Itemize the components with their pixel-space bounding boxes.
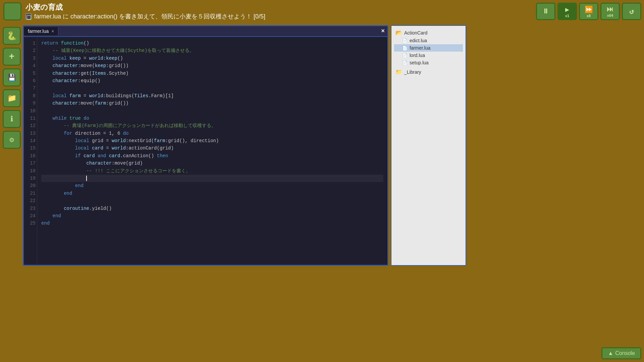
line-number-25: 25 [25, 220, 36, 227]
file-icon: 📄 [402, 46, 408, 51]
save-button[interactable]: 💾 [3, 68, 21, 86]
play-icon: ▶ [565, 5, 569, 14]
settings-button[interactable]: ⚙ [3, 131, 21, 149]
tab-bar: farmer.lua × × [24, 26, 387, 37]
line-number-11: 11 [25, 115, 36, 122]
library-folder-label: _Library [404, 69, 421, 75]
line-number-1: 1 [25, 40, 36, 47]
task-description-text: farmer.lua に character:action() を書き加えて、領… [34, 12, 265, 20]
line-number-21: 21 [25, 190, 36, 197]
code-line-13: for direction = 1, 6 do [41, 130, 383, 137]
folder-open-icon: 📂 [395, 29, 402, 36]
controls-panel: ⏸ ▶ x1 ⏩ x8 ⏭ x64 ↺ [536, 3, 641, 20]
folder-actioncard[interactable]: 📂 ActionCard [394, 28, 463, 37]
tab-close-button[interactable]: × [51, 28, 54, 34]
line-number-20: 20 [25, 182, 36, 189]
line-number-6: 6 [25, 77, 36, 84]
filename-label: setup.lua [410, 60, 429, 65]
editor-close-button[interactable]: × [381, 28, 385, 34]
line-number-18: 18 [25, 167, 36, 175]
line-number-7: 7 [25, 84, 36, 92]
code-line-4: character:move(keep:grid()) [41, 62, 383, 69]
filename-label: edict.lua [410, 38, 427, 43]
line-number-24: 24 [25, 212, 36, 220]
pause-button[interactable]: ⏸ [536, 3, 555, 20]
file-item-setup-lua[interactable]: 📄setup.lua [394, 59, 463, 66]
line-number-15: 15 [25, 144, 36, 152]
file-icon: 📄 [402, 53, 408, 58]
filename-label: lord.lua [410, 53, 425, 58]
snake-button[interactable]: 🐍 [3, 27, 21, 45]
code-content[interactable]: return function() -- 城塞(Keep)に移動させて大鎌(Sc… [37, 37, 387, 265]
code-line-25: end [41, 220, 383, 227]
save-icon: 💾 [8, 73, 16, 82]
home-button[interactable] [3, 2, 21, 20]
play-x1-label: x1 [565, 14, 569, 18]
editor-container: farmer.lua × × 1234567891011121314151617… [23, 25, 388, 266]
fast-icon: ⏩ [585, 5, 593, 14]
file-item-edict-lua[interactable]: 📄edict.lua [394, 37, 463, 44]
code-line-8: local farm = world:buildings(Tiles.Farm)… [41, 92, 383, 100]
add-button[interactable]: + [3, 48, 21, 66]
line-number-16: 16 [25, 152, 36, 160]
console-label: Console [615, 350, 635, 356]
code-line-16: if card and card.canAction() then [41, 152, 383, 160]
play-x1-button[interactable]: ▶ x1 [557, 3, 577, 20]
line-number-2: 2 [25, 47, 36, 54]
file-icon: 📄 [402, 60, 408, 65]
folder-library[interactable]: 📁 _Library [394, 68, 463, 76]
line-number-4: 4 [25, 62, 36, 69]
code-line-18: -- !!! ここにアクションさせるコードを書く。 [41, 167, 383, 175]
line-number-9: 9 [25, 100, 36, 107]
line-number-22: 22 [25, 197, 36, 204]
line-numbers: 1234567891011121314151617181920212223242… [24, 37, 37, 265]
code-line-6: character:equip() [41, 77, 383, 84]
file-browser: 📂 ActionCard 📄edict.lua📄farmer.lua📄lord.… [391, 25, 466, 266]
pause-icon: ⏸ [542, 7, 549, 15]
code-line-1: return function() [41, 40, 383, 47]
active-tab[interactable]: farmer.lua × [24, 27, 58, 35]
code-line-11: while true do [41, 115, 383, 122]
file-browser-content: 📂 ActionCard 📄edict.lua📄farmer.lua📄lord.… [391, 26, 466, 79]
reload-button[interactable]: ↺ [622, 3, 641, 20]
console-button[interactable]: ▲ Console [601, 347, 641, 359]
code-line-2: -- 城塞(Keep)に移動させて大鎌(Scythe)を取って装備させる。 [41, 47, 383, 54]
play-x8-button[interactable]: ⏩ x8 [579, 3, 598, 20]
line-number-17: 17 [25, 160, 36, 167]
line-number-12: 12 [25, 122, 36, 129]
info-button[interactable]: ℹ [3, 110, 21, 128]
code-area[interactable]: 1234567891011121314151617181920212223242… [24, 37, 387, 265]
line-number-5: 5 [25, 70, 36, 77]
reload-icon: ↺ [629, 7, 634, 16]
console-chevron-icon: ▲ [608, 350, 613, 356]
code-line-9: character:move(farm:grid()) [41, 100, 383, 107]
code-line-3: local keep = world:keep() [41, 55, 383, 62]
filename-label: farmer.lua [410, 45, 430, 51]
faster-icon: ⏭ [607, 5, 613, 13]
code-line-17: character:move(grid) [41, 160, 383, 167]
code-line-7 [41, 84, 383, 92]
code-line-19 [41, 175, 383, 182]
file-icon: 📄 [402, 38, 408, 43]
code-line-15: local card = world:actionCard(grid) [41, 144, 383, 152]
task-checkbox: ☐ [25, 13, 32, 19]
file-item-lord-lua[interactable]: 📄lord.lua [394, 52, 463, 59]
play-x64-button[interactable]: ⏭ x64 [600, 3, 620, 20]
folder-button[interactable]: 📁 [3, 89, 21, 107]
info-icon: ℹ [10, 115, 13, 124]
folder-actioncard-label: ActionCard [404, 30, 427, 36]
line-number-19: 19 [25, 175, 36, 182]
code-line-23: coroutine.yield() [41, 205, 383, 212]
play-x8-label: x8 [587, 14, 591, 18]
play-x64-label: x64 [607, 13, 613, 17]
code-line-20: end [41, 182, 383, 189]
line-number-3: 3 [25, 55, 36, 62]
code-line-12: -- 農場(Farm)の周囲にアクションカードがあれば移動して収穫する。 [41, 122, 383, 129]
file-item-farmer-lua[interactable]: 📄farmer.lua [394, 44, 463, 52]
file-list: 📄edict.lua📄farmer.lua📄lord.lua📄setup.lua [394, 37, 463, 66]
code-line-21: end [41, 190, 383, 197]
code-line-5: character:get(Items.Scythe) [41, 70, 383, 77]
gear-icon: ⚙ [9, 135, 14, 144]
line-number-23: 23 [25, 205, 36, 212]
code-line-10 [41, 107, 383, 115]
